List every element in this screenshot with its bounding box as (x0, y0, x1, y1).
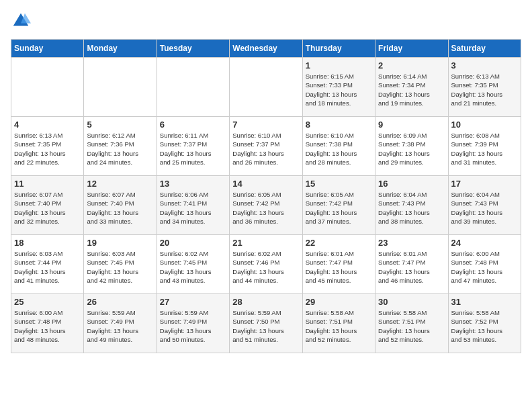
day-number: 30 (378, 297, 445, 307)
cell-content: Sunrise: 6:07 AM Sunset: 7:40 PM Dayligh… (87, 190, 153, 226)
calendar-cell: 15Sunrise: 6:05 AM Sunset: 7:42 PM Dayli… (302, 176, 375, 235)
day-number: 4 (14, 120, 81, 130)
calendar-cell: 16Sunrise: 6:04 AM Sunset: 7:43 PM Dayli… (375, 176, 448, 235)
calendar-cell: 24Sunrise: 6:00 AM Sunset: 7:48 PM Dayli… (448, 235, 521, 294)
day-number: 14 (232, 179, 299, 189)
calendar-cell (84, 58, 157, 117)
cell-content: Sunrise: 6:14 AM Sunset: 7:34 PM Dayligh… (378, 72, 445, 107)
day-number: 20 (160, 238, 226, 248)
calendar-cell: 23Sunrise: 6:01 AM Sunset: 7:47 PM Dayli… (375, 235, 448, 294)
calendar-cell: 9Sunrise: 6:09 AM Sunset: 7:38 PM Daylig… (375, 117, 448, 176)
calendar-cell: 13Sunrise: 6:06 AM Sunset: 7:41 PM Dayli… (157, 176, 229, 235)
cell-content: Sunrise: 6:00 AM Sunset: 7:48 PM Dayligh… (14, 308, 81, 344)
day-number: 3 (451, 60, 518, 71)
calendar-cell: 25Sunrise: 6:00 AM Sunset: 7:48 PM Dayli… (11, 294, 84, 353)
week-row-1: 4Sunrise: 6:13 AM Sunset: 7:35 PM Daylig… (11, 117, 521, 176)
cell-content: Sunrise: 6:02 AM Sunset: 7:46 PM Dayligh… (232, 249, 299, 285)
calendar-cell: 12Sunrise: 6:07 AM Sunset: 7:40 PM Dayli… (84, 176, 157, 235)
calendar-cell: 27Sunrise: 5:59 AM Sunset: 7:49 PM Dayli… (157, 294, 229, 353)
calendar-cell: 29Sunrise: 5:58 AM Sunset: 7:51 PM Dayli… (302, 294, 375, 353)
header-row: SundayMondayTuesdayWednesdayThursdayFrid… (11, 40, 521, 58)
calendar-cell: 31Sunrise: 5:58 AM Sunset: 7:52 PM Dayli… (448, 294, 521, 353)
day-number: 21 (232, 238, 299, 248)
day-number: 23 (378, 238, 445, 248)
calendar-cell: 10Sunrise: 6:08 AM Sunset: 7:39 PM Dayli… (448, 117, 521, 176)
day-number: 19 (87, 238, 153, 248)
calendar-cell: 19Sunrise: 6:03 AM Sunset: 7:45 PM Dayli… (84, 235, 157, 294)
calendar-cell: 11Sunrise: 6:07 AM Sunset: 7:40 PM Dayli… (11, 176, 84, 235)
day-number: 11 (14, 179, 81, 189)
cell-content: Sunrise: 6:06 AM Sunset: 7:41 PM Dayligh… (160, 190, 226, 226)
week-row-0: 1Sunrise: 6:15 AM Sunset: 7:33 PM Daylig… (11, 58, 521, 117)
cell-content: Sunrise: 6:04 AM Sunset: 7:43 PM Dayligh… (451, 190, 518, 226)
cell-content: Sunrise: 6:05 AM Sunset: 7:42 PM Dayligh… (306, 190, 372, 226)
week-row-2: 11Sunrise: 6:07 AM Sunset: 7:40 PM Dayli… (11, 176, 521, 235)
cell-content: Sunrise: 6:10 AM Sunset: 7:37 PM Dayligh… (232, 131, 299, 167)
calendar-cell: 14Sunrise: 6:05 AM Sunset: 7:42 PM Dayli… (230, 176, 302, 235)
calendar-cell: 28Sunrise: 5:59 AM Sunset: 7:50 PM Dayli… (230, 294, 302, 353)
day-number: 1 (306, 60, 372, 71)
day-number: 26 (87, 297, 153, 307)
calendar-cell: 30Sunrise: 5:58 AM Sunset: 7:51 PM Dayli… (375, 294, 448, 353)
header-wednesday: Wednesday (230, 40, 302, 58)
cell-content: Sunrise: 5:59 AM Sunset: 7:49 PM Dayligh… (160, 308, 226, 344)
week-row-3: 18Sunrise: 6:03 AM Sunset: 7:44 PM Dayli… (11, 235, 521, 294)
day-number: 10 (451, 120, 518, 130)
calendar-cell: 18Sunrise: 6:03 AM Sunset: 7:44 PM Dayli… (11, 235, 84, 294)
calendar-cell: 20Sunrise: 6:02 AM Sunset: 7:45 PM Dayli… (157, 235, 229, 294)
calendar-cell: 7Sunrise: 6:10 AM Sunset: 7:37 PM Daylig… (230, 117, 302, 176)
calendar-cell: 4Sunrise: 6:13 AM Sunset: 7:35 PM Daylig… (11, 117, 84, 176)
header-thursday: Thursday (302, 40, 375, 58)
cell-content: Sunrise: 6:11 AM Sunset: 7:37 PM Dayligh… (160, 131, 226, 167)
cell-content: Sunrise: 5:59 AM Sunset: 7:50 PM Dayligh… (232, 308, 299, 344)
day-number: 27 (160, 297, 226, 307)
calendar-cell: 1Sunrise: 6:15 AM Sunset: 7:33 PM Daylig… (302, 58, 375, 117)
cell-content: Sunrise: 6:09 AM Sunset: 7:38 PM Dayligh… (378, 131, 445, 167)
day-number: 6 (160, 120, 226, 130)
calendar-cell: 3Sunrise: 6:13 AM Sunset: 7:35 PM Daylig… (448, 58, 521, 117)
header-sunday: Sunday (11, 40, 84, 58)
day-number: 8 (306, 120, 372, 130)
cell-content: Sunrise: 5:58 AM Sunset: 7:52 PM Dayligh… (451, 308, 518, 344)
cell-content: Sunrise: 5:58 AM Sunset: 7:51 PM Dayligh… (306, 308, 372, 344)
cell-content: Sunrise: 5:58 AM Sunset: 7:51 PM Dayligh… (378, 308, 445, 344)
header-friday: Friday (375, 40, 448, 58)
calendar-cell (157, 58, 229, 117)
day-number: 13 (160, 179, 226, 189)
day-number: 24 (451, 238, 518, 248)
cell-content: Sunrise: 5:59 AM Sunset: 7:49 PM Dayligh… (87, 308, 153, 344)
cell-content: Sunrise: 6:10 AM Sunset: 7:38 PM Dayligh… (306, 131, 372, 167)
calendar-cell: 2Sunrise: 6:14 AM Sunset: 7:34 PM Daylig… (375, 58, 448, 117)
calendar-cell: 26Sunrise: 5:59 AM Sunset: 7:49 PM Dayli… (84, 294, 157, 353)
cell-content: Sunrise: 6:13 AM Sunset: 7:35 PM Dayligh… (451, 72, 518, 107)
cell-content: Sunrise: 6:13 AM Sunset: 7:35 PM Dayligh… (14, 131, 81, 167)
day-number: 12 (87, 179, 153, 189)
cell-content: Sunrise: 6:15 AM Sunset: 7:33 PM Dayligh… (306, 72, 372, 107)
cell-content: Sunrise: 6:02 AM Sunset: 7:45 PM Dayligh… (160, 249, 226, 285)
calendar-cell: 8Sunrise: 6:10 AM Sunset: 7:38 PM Daylig… (302, 117, 375, 176)
page-header (11, 11, 521, 31)
calendar-cell: 17Sunrise: 6:04 AM Sunset: 7:43 PM Dayli… (448, 176, 521, 235)
cell-content: Sunrise: 6:01 AM Sunset: 7:47 PM Dayligh… (306, 249, 372, 285)
day-number: 9 (378, 120, 445, 130)
logo-icon (11, 11, 31, 31)
logo (11, 11, 34, 31)
cell-content: Sunrise: 6:12 AM Sunset: 7:36 PM Dayligh… (87, 131, 153, 167)
header-tuesday: Tuesday (157, 40, 229, 58)
day-number: 18 (14, 238, 81, 248)
cell-content: Sunrise: 6:04 AM Sunset: 7:43 PM Dayligh… (378, 190, 445, 226)
calendar-cell: 5Sunrise: 6:12 AM Sunset: 7:36 PM Daylig… (84, 117, 157, 176)
header-saturday: Saturday (448, 40, 521, 58)
day-number: 22 (306, 238, 372, 248)
week-row-4: 25Sunrise: 6:00 AM Sunset: 7:48 PM Dayli… (11, 294, 521, 353)
day-number: 28 (232, 297, 299, 307)
day-number: 16 (378, 179, 445, 189)
cell-content: Sunrise: 6:07 AM Sunset: 7:40 PM Dayligh… (14, 190, 81, 226)
cell-content: Sunrise: 6:00 AM Sunset: 7:48 PM Dayligh… (451, 249, 518, 285)
calendar-cell (230, 58, 302, 117)
calendar-cell: 6Sunrise: 6:11 AM Sunset: 7:37 PM Daylig… (157, 117, 229, 176)
day-number: 2 (378, 60, 445, 71)
calendar-cell (11, 58, 84, 117)
cell-content: Sunrise: 6:05 AM Sunset: 7:42 PM Dayligh… (232, 190, 299, 226)
header-monday: Monday (84, 40, 157, 58)
